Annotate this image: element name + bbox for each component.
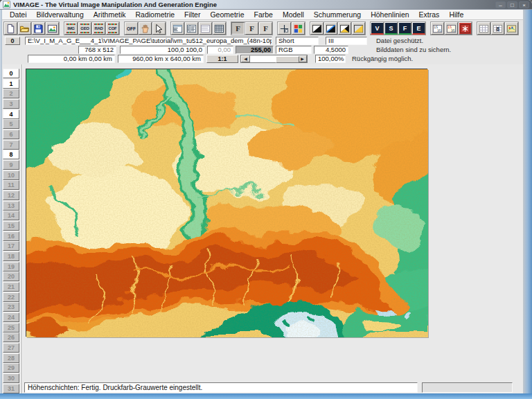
menu-geometrie[interactable]: Geometrie — [205, 10, 249, 20]
value-table-button-1[interactable]: 1535 — [431, 22, 444, 35]
resolution-field[interactable]: 100,0 100,0 — [120, 46, 205, 54]
zoom-reset-button[interactable]: 1:1 — [206, 55, 238, 63]
color-mode-field[interactable]: RGB — [276, 46, 312, 54]
slot-26[interactable]: 26 — [3, 332, 19, 342]
slot-7[interactable]: 7 — [3, 140, 19, 150]
maximize-button[interactable]: □ — [507, 1, 517, 8]
slot-19[interactable]: 19 — [3, 262, 19, 272]
crosshair-button[interactable] — [278, 22, 291, 35]
title-bar[interactable]: VIMAGE - The Virtual Image Manipulation … — [0, 0, 532, 10]
img-header-button[interactable]: IMG — [64, 22, 78, 35]
grid-view-button[interactable] — [213, 22, 226, 35]
rad-header-button[interactable]: RAD — [92, 22, 105, 35]
image-preview-button[interactable] — [46, 22, 59, 35]
active-slot-button[interactable]: 0 — [5, 37, 20, 45]
new-file-button[interactable] — [4, 22, 17, 35]
slot-4[interactable]: 4 — [3, 109, 19, 119]
slot-2[interactable]: 2 — [3, 89, 19, 98]
slot-14[interactable]: 14 — [3, 211, 19, 220]
grid-overlay-button[interactable] — [477, 22, 490, 35]
table-view-button-2[interactable] — [185, 22, 198, 35]
save-file-button[interactable] — [32, 22, 45, 35]
slot-1[interactable]: 1 — [3, 79, 19, 89]
minimize-button[interactable]: – — [495, 1, 506, 8]
slot-17[interactable]: 17 — [3, 241, 19, 251]
menu-radiometrie[interactable]: Radiometrie — [131, 10, 180, 20]
image-dimensions-field[interactable]: 768 x 512 — [78, 46, 116, 54]
pointer-button[interactable] — [152, 22, 166, 35]
function-button-1[interactable]: F — [231, 22, 245, 35]
dem-map-view[interactable] — [26, 69, 427, 337]
slot-10[interactable]: 10 — [3, 170, 19, 180]
e-mode-button[interactable]: E — [412, 22, 425, 35]
print-colors-button[interactable] — [505, 22, 518, 35]
slot-9[interactable]: 9 — [3, 160, 19, 170]
slot-21[interactable]: 21 — [3, 282, 19, 292]
close-button[interactable]: × — [519, 1, 529, 8]
menu-filter[interactable]: Filter — [179, 10, 205, 20]
v-mode-button[interactable]: V — [371, 22, 384, 35]
zoom-percent-field[interactable]: 100,00% — [315, 55, 346, 63]
slot-6[interactable]: 6 — [3, 130, 19, 139]
contrast-button-1[interactable] — [310, 22, 323, 35]
max-value-field[interactable]: 255,00 — [236, 46, 274, 54]
slot-12[interactable]: 12 — [3, 190, 19, 200]
slot-24[interactable]: 24 — [3, 312, 19, 322]
table-view-button-1[interactable] — [171, 22, 184, 35]
band-info-field[interactable]: III — [326, 37, 367, 45]
slot-25[interactable]: 25 — [3, 323, 19, 332]
open-file-button[interactable] — [18, 22, 31, 35]
menu-farbe[interactable]: Farbe — [249, 10, 277, 20]
menu-hilfe[interactable]: Hilfe — [444, 10, 468, 20]
param-value-field[interactable]: 4,5000 — [314, 46, 348, 54]
menu-arithmetik[interactable]: Arithmetik — [89, 10, 131, 20]
pixel-type-field[interactable]: Short — [276, 37, 319, 45]
slot-11[interactable]: 11 — [3, 180, 19, 190]
slot-5[interactable]: 5 — [3, 119, 19, 129]
f-mode-button[interactable]: F — [398, 22, 411, 35]
slot-27[interactable]: 27 — [3, 343, 19, 353]
cursor-position-field[interactable]: 0,00 km 0,00 km — [28, 55, 115, 63]
menu-datei[interactable]: Datei — [5, 10, 32, 20]
table-view-button-3[interactable] — [199, 22, 212, 35]
menu-modell[interactable]: Modell — [278, 10, 309, 20]
slot-22[interactable]: 22 — [3, 292, 19, 302]
slot-30[interactable]: 30 — [3, 373, 19, 383]
off-button[interactable]: OFF — [125, 22, 138, 35]
slot-20[interactable]: 20 — [3, 272, 19, 281]
function-button-3[interactable]: F — [259, 22, 272, 35]
contrast-button-4[interactable] — [352, 22, 365, 35]
freeze-button[interactable] — [459, 22, 472, 35]
scroll-left-arrow[interactable]: ◀ — [241, 55, 250, 62]
slot-16[interactable]: 16 — [3, 231, 19, 241]
slot-23[interactable]: 23 — [3, 302, 19, 312]
menu-bildverwaltung[interactable]: Bildverwaltung — [32, 10, 89, 20]
slot-8[interactable]: 8 — [3, 150, 19, 159]
slot-15[interactable]: 15 — [3, 221, 19, 231]
geo-header-button[interactable]: GEO — [78, 22, 91, 35]
slot-28[interactable]: 28 — [3, 353, 19, 363]
function-button-2[interactable]: F — [245, 22, 258, 35]
s-mode-button[interactable]: S — [384, 22, 398, 35]
scrollbar-thumb[interactable] — [276, 56, 299, 63]
contrast-button-2[interactable] — [324, 22, 337, 35]
contrast-button-3[interactable] — [338, 22, 351, 35]
min-value-field[interactable]: 0,00 — [207, 46, 233, 54]
file-path-field[interactable]: E:\V_I_M_A_G_E___4_1\VIMAGE_PAGE\tutoria… — [25, 37, 272, 45]
menu-schummerung[interactable]: Schummerung — [309, 10, 366, 20]
color-select-button[interactable] — [292, 22, 305, 35]
slot-18[interactable]: 18 — [3, 251, 19, 261]
value-table-button-2[interactable]: 1535 — [445, 22, 458, 35]
menu-extras[interactable]: Extras — [414, 10, 445, 20]
menu-hhenlinien[interactable]: Höhenlinien — [366, 10, 414, 20]
cof-header-button[interactable]: COF — [106, 22, 119, 35]
slot-13[interactable]: 13 — [3, 201, 19, 211]
zoom-scrollbar[interactable]: ◀ ▶ — [240, 55, 308, 63]
extent-field[interactable]: 960,00 km x 640,00 km — [118, 55, 204, 63]
slot-29[interactable]: 29 — [3, 363, 19, 373]
grid-8-button[interactable]: 8 — [491, 22, 504, 35]
pan-hand-button[interactable] — [139, 22, 152, 35]
slot-31[interactable]: 31 — [3, 384, 19, 393]
slot-3[interactable]: 3 — [3, 99, 19, 109]
slot-0[interactable]: 0 — [3, 69, 19, 78]
